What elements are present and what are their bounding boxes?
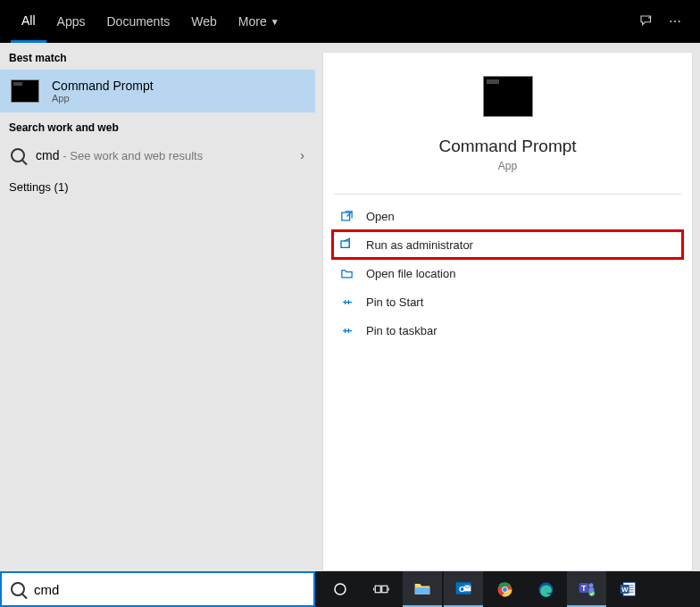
tab-more[interactable]: More▼ xyxy=(228,0,290,43)
search-icon xyxy=(11,582,25,596)
feedback-icon[interactable] xyxy=(632,13,661,29)
tab-documents[interactable]: Documents xyxy=(96,0,180,43)
preview-subtitle: App xyxy=(323,160,692,172)
divider xyxy=(334,194,681,195)
action-label: Pin to Start xyxy=(366,295,423,309)
action-run-as-admin[interactable]: Run as administrator xyxy=(332,230,683,259)
svg-rect-4 xyxy=(382,586,388,593)
admin-icon xyxy=(339,237,354,252)
command-prompt-large-icon xyxy=(483,76,533,117)
svg-text:W: W xyxy=(621,586,629,594)
tab-web[interactable]: Web xyxy=(180,0,228,43)
settings-section-label[interactable]: Settings (1) xyxy=(0,171,315,203)
action-label: Open file location xyxy=(366,267,455,280)
chrome-icon[interactable] xyxy=(485,571,524,607)
action-open-file-location[interactable]: Open file location xyxy=(323,259,692,287)
svg-rect-3 xyxy=(375,586,380,593)
search-web-row[interactable]: cmd - See work and web results › xyxy=(0,139,315,171)
search-filter-tabs: All Apps Documents Web More▼ ⋯ xyxy=(0,0,700,43)
results-list: Best match Command Prompt App Search wor… xyxy=(0,43,315,571)
pin-icon xyxy=(339,295,354,309)
best-match-result[interactable]: Command Prompt App xyxy=(0,70,315,112)
svg-rect-0 xyxy=(341,212,349,220)
pin-icon xyxy=(339,323,354,337)
folder-icon xyxy=(339,266,354,280)
task-view-icon[interactable] xyxy=(362,571,401,607)
chevron-right-icon: › xyxy=(300,148,304,162)
svg-point-10 xyxy=(502,586,506,591)
teams-icon[interactable]: T xyxy=(567,571,606,607)
action-label: Pin to taskbar xyxy=(366,324,438,337)
cortana-icon[interactable] xyxy=(321,571,360,607)
svg-point-16 xyxy=(589,591,596,597)
svg-rect-1 xyxy=(341,241,349,247)
taskbar: O T W xyxy=(315,571,700,607)
search-icon xyxy=(11,148,25,162)
result-title: Command Prompt xyxy=(52,79,154,93)
word-icon[interactable]: W xyxy=(608,571,647,607)
preview-title: Command Prompt xyxy=(323,137,692,156)
tab-apps[interactable]: Apps xyxy=(46,0,96,43)
svg-point-2 xyxy=(335,584,346,595)
open-icon xyxy=(339,209,354,223)
web-hint: - See work and web results xyxy=(62,149,203,162)
action-pin-to-start[interactable]: Pin to Start xyxy=(323,287,692,316)
command-prompt-icon xyxy=(11,79,39,103)
outlook-icon[interactable]: O xyxy=(444,571,483,607)
best-match-label: Best match xyxy=(0,43,315,70)
svg-point-14 xyxy=(589,583,594,587)
action-pin-to-taskbar[interactable]: Pin to taskbar xyxy=(323,316,692,345)
file-explorer-icon[interactable] xyxy=(403,571,442,607)
search-box[interactable] xyxy=(0,571,315,607)
edge-icon[interactable] xyxy=(526,571,565,607)
preview-pane: Command Prompt App Open Run as administr… xyxy=(322,52,693,571)
tab-all[interactable]: All xyxy=(11,0,46,43)
search-input[interactable] xyxy=(34,582,304,597)
search-work-web-label: Search work and web xyxy=(0,112,315,139)
svg-text:T: T xyxy=(581,584,586,593)
action-open[interactable]: Open xyxy=(323,202,692,230)
web-query: cmd xyxy=(36,148,59,162)
result-subtitle: App xyxy=(52,93,154,104)
more-options-icon[interactable]: ⋯ xyxy=(661,14,689,29)
chevron-down-icon: ▼ xyxy=(271,17,279,27)
action-label: Open xyxy=(366,210,395,223)
action-label: Run as administrator xyxy=(366,238,473,252)
